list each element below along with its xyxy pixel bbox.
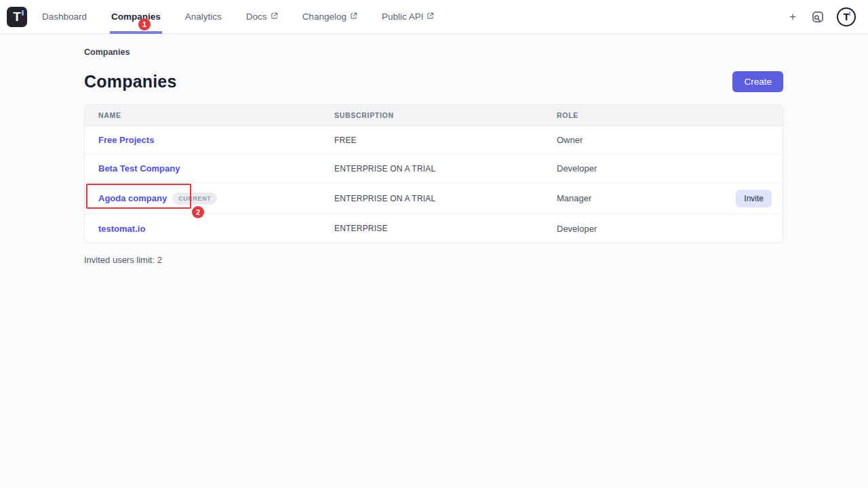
role-cell: Developer	[557, 163, 738, 174]
nav-item-public-api[interactable]: Public API	[380, 0, 436, 34]
table-row: Beta Test Company ENTERPRISE ON A TRIAL …	[85, 155, 783, 183]
page-header: Companies Create	[84, 71, 783, 92]
breadcrumb[interactable]: Companies	[84, 47, 783, 57]
nav-item-dashboard[interactable]: Dashboard	[41, 0, 88, 34]
search-docs-icon[interactable]	[811, 10, 825, 24]
invite-button[interactable]: Invite	[736, 190, 772, 207]
companies-page: T Dashboard Companies Analytics Docs Cha…	[0, 0, 868, 488]
external-link-icon	[427, 12, 434, 20]
nav-item-companies[interactable]: Companies	[110, 0, 162, 34]
table-row: testomat.io ENTERPRISE Developer	[85, 214, 783, 243]
role-cell: Owner	[557, 135, 738, 145]
company-link[interactable]: testomat.io	[98, 224, 145, 234]
company-name-cell: Free Projects	[98, 135, 334, 145]
user-avatar-accent	[849, 12, 850, 16]
add-button[interactable]: +	[787, 9, 799, 24]
column-header-subscription: SUBSCRIPTION	[334, 111, 557, 119]
current-badge: CURRENT	[172, 192, 217, 205]
page-title: Companies	[84, 72, 177, 92]
nav-item-label: Docs	[246, 12, 267, 22]
nav-item-label: Companies	[111, 12, 161, 22]
nav-item-label: Public API	[382, 12, 424, 22]
main-nav: Dashboard Companies Analytics Docs Chang…	[41, 0, 457, 34]
nav-item-label: Analytics	[185, 12, 222, 22]
company-link[interactable]: Free Projects	[98, 135, 154, 145]
table-row: Free Projects FREE Owner	[85, 126, 783, 155]
company-name-cell: Beta Test Company	[98, 163, 334, 174]
nav-item-changelog[interactable]: Changelog	[301, 0, 359, 34]
nav-item-label: Dashboard	[42, 12, 87, 22]
subscription-cell: ENTERPRISE ON A TRIAL	[334, 194, 557, 203]
companies-table: NAME SUBSCRIPTION ROLE Free Projects FRE…	[84, 104, 783, 243]
user-avatar[interactable]: T	[837, 7, 856, 26]
company-link[interactable]: Beta Test Company	[98, 163, 180, 174]
topbar-actions: + T	[787, 7, 856, 26]
actions-cell: Invite	[736, 190, 772, 207]
table-header-row: NAME SUBSCRIPTION ROLE	[85, 105, 783, 126]
app-logo-accent	[22, 10, 24, 16]
create-button[interactable]: Create	[732, 71, 783, 92]
table-row-current-company: Agoda company CURRENT ENTERPRISE ON A TR…	[85, 183, 783, 214]
app-logo-letter: T	[13, 10, 21, 23]
subscription-cell: FREE	[334, 136, 557, 145]
role-cell: Manager	[557, 193, 736, 203]
invited-users-limit-note: Invited users limit: 2	[84, 255, 783, 265]
nav-item-analytics[interactable]: Analytics	[184, 0, 223, 34]
app-logo[interactable]: T	[7, 7, 27, 27]
nav-item-label: Changelog	[302, 12, 347, 22]
external-link-icon	[271, 12, 278, 20]
column-header-role: ROLE	[557, 111, 772, 119]
company-link[interactable]: Agoda company	[98, 193, 167, 203]
role-cell: Developer	[557, 224, 738, 234]
annotation-step-2-badge: 2	[192, 206, 204, 218]
external-link-icon	[350, 12, 357, 20]
annotation-step-1-badge: 1	[138, 18, 151, 30]
main-content: Companies Companies Create NAME SUBSCRIP…	[0, 47, 868, 265]
subscription-cell: ENTERPRISE	[334, 224, 557, 233]
subscription-cell: ENTERPRISE ON A TRIAL	[334, 164, 557, 174]
company-name-cell: Agoda company CURRENT	[98, 192, 334, 205]
nav-item-docs[interactable]: Docs	[245, 0, 279, 34]
column-header-name: NAME	[98, 111, 334, 119]
top-navigation-bar: T Dashboard Companies Analytics Docs Cha…	[0, 0, 868, 34]
company-name-cell: testomat.io	[98, 224, 334, 234]
